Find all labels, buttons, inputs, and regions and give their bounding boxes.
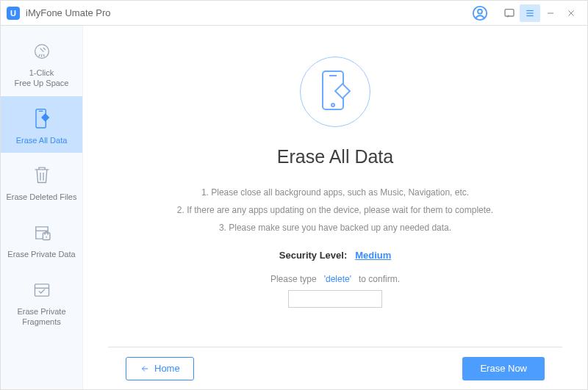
hero-icon [300, 57, 370, 127]
feedback-icon[interactable] [499, 4, 520, 22]
security-level-label: Security Level: [279, 250, 348, 261]
erase-now-label: Erase Now [480, 363, 527, 374]
home-button-label: Home [154, 363, 180, 374]
titlebar: U iMyFone Umate Pro [1, 1, 587, 26]
private-data-icon [31, 220, 53, 245]
svg-rect-13 [43, 233, 50, 240]
erase-now-button[interactable]: Erase Now [462, 357, 545, 380]
fragments-icon [31, 278, 53, 303]
sidebar-item-label: Erase Deleted Files [7, 192, 77, 203]
sidebar-item-label: Erase Private Fragments [17, 307, 65, 328]
instruction-line: 3. Please make sure you have backed up a… [177, 219, 493, 236]
sidebar-item-label: Erase Private Data [7, 250, 75, 260]
svg-rect-12 [41, 114, 48, 120]
sidebar-item-label: Erase All Data [16, 136, 68, 146]
menu-icon[interactable] [520, 4, 540, 22]
svg-point-17 [331, 104, 334, 106]
instruction-line: 1. Please close all background apps, suc… [177, 184, 493, 201]
page-title: Erase All Data [277, 146, 393, 167]
sidebar-item-freeup[interactable]: 1-Click Free Up Space [1, 29, 82, 96]
footer: Home Erase Now [108, 347, 562, 389]
svg-rect-2 [505, 9, 514, 15]
confirm-hint: Please type 'delete' to confirm. [270, 274, 400, 284]
phone-erase-icon [32, 106, 52, 131]
back-arrow-icon [140, 364, 150, 373]
broom-icon [31, 39, 53, 64]
main-panel: Erase All Data 1. Please close all backg… [83, 26, 587, 389]
sidebar-item-erase-fragments[interactable]: Erase Private Fragments [1, 267, 82, 335]
svg-rect-18 [335, 84, 350, 98]
close-button[interactable] [561, 4, 581, 22]
svg-point-1 [478, 9, 482, 13]
security-level-link[interactable]: Medium [355, 250, 391, 261]
security-level-row: Security Level: Medium [279, 250, 392, 261]
minimize-button[interactable] [540, 4, 561, 22]
sidebar-item-label: 1-Click Free Up Space [15, 68, 69, 89]
sidebar-item-erase-all[interactable]: Erase All Data [1, 96, 82, 154]
app-title: iMyFone Umate Pro [26, 7, 111, 18]
confirm-input[interactable] [288, 290, 382, 308]
sidebar-item-erase-deleted[interactable]: Erase Deleted Files [1, 153, 82, 210]
app-logo: U [7, 7, 20, 20]
app-window: U iMyFone Umate Pro 1-Click Free Up Spac [0, 0, 588, 390]
svg-rect-14 [35, 284, 49, 296]
sidebar-item-erase-private[interactable]: Erase Private Data [1, 210, 82, 267]
instructions: 1. Please close all background apps, suc… [177, 184, 493, 236]
account-icon[interactable] [470, 4, 490, 22]
instruction-line: 2. If there are any apps updating on the… [177, 201, 493, 219]
home-button[interactable]: Home [126, 357, 194, 380]
trash-icon [32, 163, 52, 188]
sidebar: 1-Click Free Up Space Erase All Data Era… [1, 26, 83, 389]
